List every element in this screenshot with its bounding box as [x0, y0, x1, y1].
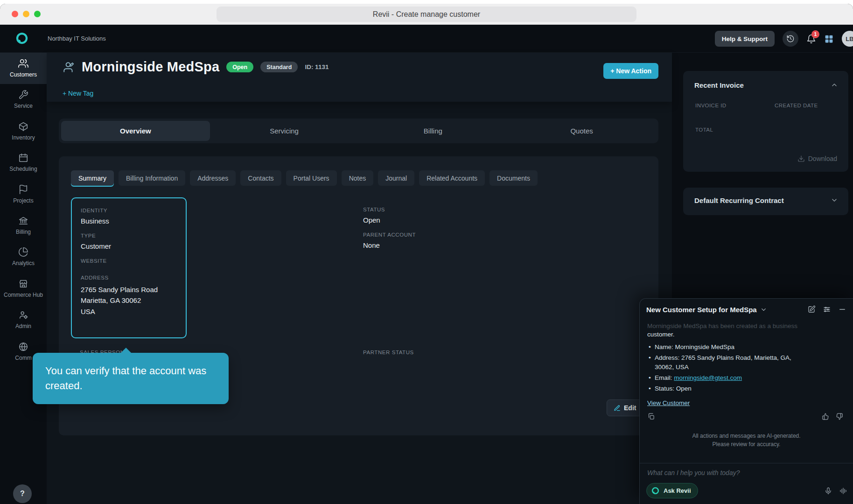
field-status: STATUS Open: [363, 207, 416, 224]
page-title: Morningside MedSpa: [82, 59, 219, 75]
sidebar-item-analytics[interactable]: Analytics: [0, 241, 47, 273]
sidebar-item-inventory[interactable]: Inventory: [0, 116, 47, 147]
subtab-journal[interactable]: Journal: [378, 170, 414, 186]
chat-footer: Ask Revii: [640, 463, 853, 504]
bank-icon: [18, 216, 28, 226]
subtab-addresses[interactable]: Addresses: [190, 170, 236, 186]
feedback-buttons: [821, 413, 846, 420]
recent-invoice-title: Recent Invoice: [694, 81, 744, 89]
subtab-portal-users[interactable]: Portal Users: [286, 170, 337, 186]
close-button[interactable]: [12, 11, 18, 17]
sidebar-item-scheduling[interactable]: Scheduling: [0, 147, 47, 178]
notifications-button[interactable]: 1: [806, 34, 816, 44]
chat-header: New Customer Setup for MedSpa: [640, 299, 853, 320]
browser-tab-pill[interactable]: Revii - Create manage customer: [217, 7, 636, 22]
chat-footer-actions: Ask Revii: [646, 483, 847, 498]
download-button[interactable]: Download: [797, 155, 837, 162]
help-support-button[interactable]: Help & Support: [715, 31, 775, 47]
subtab-documents[interactable]: Documents: [489, 170, 538, 186]
tab-overview[interactable]: Overview: [61, 121, 210, 141]
sidebar-item-billing[interactable]: Billing: [0, 210, 47, 241]
app-window: Revii - Create manage customer Northbay …: [0, 4, 853, 504]
chat-bullet-address: Address: 2765 Sandy Plains Road, Mariett…: [647, 353, 804, 372]
sidebar-item-commerce-hub[interactable]: Commerce Hub: [0, 273, 47, 304]
tenant-name: Northbay IT Solutions: [48, 35, 106, 42]
app-topbar: Northbay IT Solutions Help & Support 1: [0, 25, 853, 53]
tab-billing[interactable]: Billing: [359, 121, 508, 141]
thumbs-up-icon[interactable]: [821, 413, 829, 420]
history-button[interactable]: [783, 31, 798, 47]
collapse-button[interactable]: [831, 81, 838, 89]
flag-icon: [18, 184, 28, 195]
minimize-button[interactable]: [23, 11, 29, 17]
chat-message-actions: [647, 413, 846, 420]
field-type: TYPE Customer: [81, 233, 186, 250]
chevron-down-icon: [831, 196, 838, 204]
new-action-button[interactable]: + New Action: [603, 63, 658, 79]
recurring-contract-card: Default Recurring Contract: [683, 188, 848, 215]
waveform-icon[interactable]: [839, 487, 847, 495]
chat-voice-controls: [824, 487, 847, 495]
field-website: WEBSITE: [81, 258, 186, 264]
expand-button[interactable]: [831, 196, 838, 204]
subtab-contacts[interactable]: Contacts: [240, 170, 281, 186]
window-title: Revii - Create manage customer: [373, 10, 480, 19]
revii-logo-icon[interactable]: [15, 31, 29, 45]
chat-bullet-name: Name: Morningside MedSpa: [647, 343, 804, 352]
subtab-summary[interactable]: Summary: [71, 170, 114, 186]
customer-id: ID: 1131: [305, 63, 329, 70]
coach-tooltip: You can verify that the account was crea…: [33, 353, 229, 404]
chevron-down-icon[interactable]: [760, 306, 767, 313]
notification-badge: 1: [811, 30, 819, 38]
sidebar-item-projects[interactable]: Projects: [0, 179, 47, 210]
email-link[interactable]: morningside@gtest.com: [674, 374, 742, 381]
tab-servicing[interactable]: Servicing: [210, 121, 359, 141]
chat-bullet-list: Name: Morningside MedSpa Address: 2765 S…: [647, 343, 804, 393]
pencil-icon: [614, 405, 621, 412]
minimize-chat-icon[interactable]: [838, 305, 846, 314]
tab-quotes[interactable]: Quotes: [507, 121, 656, 141]
main-tab-bar: Overview Servicing Billing Quotes: [59, 119, 658, 143]
grid-icon: [824, 34, 834, 44]
help-fab-button[interactable]: ?: [13, 484, 32, 503]
subtab-billing-information[interactable]: Billing Information: [119, 170, 185, 186]
sidebar-item-service[interactable]: Service: [0, 84, 47, 115]
user-avatar[interactable]: LB: [842, 31, 853, 47]
new-chat-icon[interactable]: [807, 305, 816, 314]
globe-icon: [18, 342, 28, 352]
status-fields: STATUS Open PARENT ACCOUNT None: [363, 207, 416, 257]
ai-disclaimer: All actions and messages are AI-generate…: [647, 432, 846, 448]
package-icon: [18, 121, 28, 132]
sidebar-item-admin[interactable]: Admin: [0, 304, 47, 336]
thumbs-down-icon[interactable]: [836, 413, 844, 420]
field-partner-status-label: PARTNER STATUS: [363, 350, 414, 355]
ask-revii-button[interactable]: Ask Revii: [646, 483, 698, 498]
sidebar-nav: Customers Service Inventory Scheduling P…: [0, 53, 47, 504]
pie-chart-icon: [18, 247, 28, 257]
chevron-up-icon: [831, 81, 838, 89]
field-parent-account: PARENT ACCOUNT None: [363, 232, 416, 249]
zoom-button[interactable]: [34, 11, 41, 17]
app-switcher-button[interactable]: [824, 34, 834, 44]
chat-bullet-email: Email: morningside@gtest.com: [647, 373, 804, 383]
customer-icon: [63, 61, 75, 73]
topbar-actions: Help & Support 1: [715, 31, 853, 47]
chat-messages: Morningside MedSpa has been created as a…: [640, 320, 853, 463]
new-tag-link[interactable]: + New Tag: [63, 90, 93, 97]
subtab-related-accounts[interactable]: Related Accounts: [419, 170, 485, 186]
history-icon: [786, 35, 795, 43]
subtab-bar: Summary Billing Information Addresses Co…: [71, 170, 538, 186]
view-customer-link[interactable]: View Customer: [647, 399, 690, 406]
copy-icon[interactable]: [647, 413, 655, 420]
calendar-icon: [18, 153, 28, 163]
microphone-icon[interactable]: [824, 487, 832, 495]
field-address: ADDRESS 2765 Sandy Plains Road Marietta,…: [81, 275, 186, 317]
user-gear-icon: [18, 310, 28, 320]
total-header: TOTAL: [695, 127, 713, 133]
app-root: Northbay IT Solutions Help & Support 1: [0, 25, 853, 504]
sidebar-item-customers[interactable]: Customers: [0, 53, 47, 84]
subtab-notes[interactable]: Notes: [342, 170, 374, 186]
chat-input[interactable]: [647, 469, 846, 476]
chat-settings-icon[interactable]: [823, 305, 831, 314]
storefront-icon: [18, 279, 28, 289]
